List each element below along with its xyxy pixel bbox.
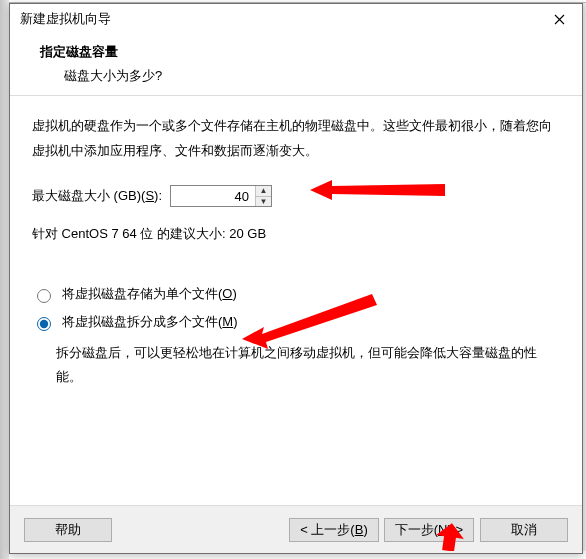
back-button[interactable]: < 上一步(B): [289, 518, 379, 542]
label-suffix: ): [233, 314, 237, 329]
label-hotkey: N: [438, 522, 447, 537]
radio-single-file[interactable]: 将虚拟磁盘存储为单个文件(O): [32, 285, 237, 303]
disk-storage-mode-group: 将虚拟磁盘存储为单个文件(O) 将虚拟磁盘拆分成多个文件(M) 拆分磁盘后，可以…: [32, 285, 560, 389]
spinner-buttons: ▲ ▼: [255, 186, 271, 206]
max-disk-size-label: 最大磁盘大小 (GB)(S):: [32, 187, 162, 205]
title-bar: 新建虚拟机向导: [10, 4, 582, 34]
radio-single-file-label: 将虚拟磁盘存储为单个文件(O): [62, 285, 237, 303]
help-button[interactable]: 帮助: [24, 518, 112, 542]
label-hotkey: S: [145, 188, 154, 203]
max-disk-size-row: 最大磁盘大小 (GB)(S): ▲ ▼: [32, 185, 560, 207]
backdrop-shadow-left: [0, 0, 9, 559]
label-hotkey: O: [222, 286, 232, 301]
spinner-up-button[interactable]: ▲: [256, 186, 271, 197]
wizard-dialog: 新建虚拟机向导 指定磁盘容量 磁盘大小为多少? 虚拟机的硬盘作为一个或多个文件存…: [9, 3, 583, 554]
next-button[interactable]: 下一步(N) >: [384, 518, 474, 542]
label-prefix: < 上一步(: [300, 521, 355, 539]
wizard-footer: 帮助 < 上一步(B) 下一步(N) > 取消: [10, 505, 582, 553]
chevron-up-icon: ▲: [260, 187, 268, 195]
close-icon: [554, 14, 565, 25]
split-description: 拆分磁盘后，可以更轻松地在计算机之间移动虚拟机，但可能会降低大容量磁盘的性能。: [56, 341, 556, 389]
label-prefix: 最大磁盘大小 (GB)(: [32, 188, 145, 203]
wizard-header: 指定磁盘容量 磁盘大小为多少?: [10, 34, 582, 96]
cancel-button[interactable]: 取消: [480, 518, 568, 542]
page-heading: 指定磁盘容量: [26, 43, 566, 61]
label-suffix: ) >: [447, 522, 463, 537]
chevron-down-icon: ▼: [260, 198, 268, 206]
recommended-size-text: 针对 CentOS 7 64 位 的建议大小: 20 GB: [32, 225, 560, 243]
description-text: 虚拟机的硬盘作为一个或多个文件存储在主机的物理磁盘中。这些文件最初很小，随着您向…: [32, 114, 560, 163]
label-hotkey: B: [355, 522, 364, 537]
max-disk-size-spinner: ▲ ▼: [170, 185, 272, 207]
label-prefix: 将虚拟磁盘存储为单个文件(: [62, 286, 222, 301]
label-prefix: 下一步(: [395, 521, 438, 539]
label-prefix: 将虚拟磁盘拆分成多个文件(: [62, 314, 222, 329]
radio-split-files-label: 将虚拟磁盘拆分成多个文件(M): [62, 313, 238, 331]
label-suffix: ): [232, 286, 236, 301]
close-button[interactable]: [536, 4, 582, 34]
page-subtitle: 磁盘大小为多少?: [26, 67, 566, 85]
label-hotkey: M: [222, 314, 233, 329]
spinner-down-button[interactable]: ▼: [256, 197, 271, 207]
max-disk-size-input[interactable]: [171, 186, 255, 206]
window-title: 新建虚拟机向导: [20, 10, 536, 28]
label-suffix: ): [363, 522, 367, 537]
radio-split-files-input[interactable]: [37, 317, 51, 331]
radio-single-file-input[interactable]: [37, 289, 51, 303]
radio-split-files[interactable]: 将虚拟磁盘拆分成多个文件(M): [32, 313, 238, 331]
wizard-body: 虚拟机的硬盘作为一个或多个文件存储在主机的物理磁盘中。这些文件最初很小，随着您向…: [10, 96, 582, 505]
label-suffix: ):: [154, 188, 162, 203]
